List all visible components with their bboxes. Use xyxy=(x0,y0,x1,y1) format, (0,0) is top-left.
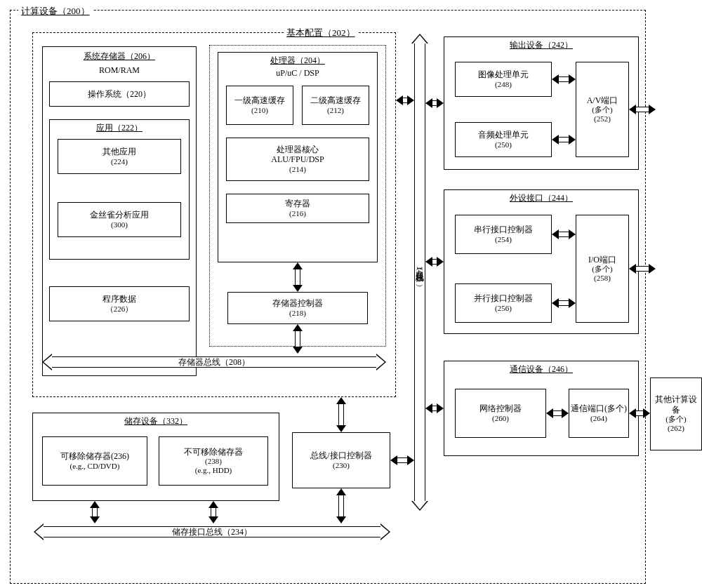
other-devices: 其他计算设备 (多个) (262) xyxy=(650,377,702,450)
av-sub: (多个) xyxy=(592,105,612,114)
io-num: (258) xyxy=(594,274,611,283)
l2-label: 二级高速缓存 xyxy=(310,95,361,105)
net-label: 网络控制器 xyxy=(479,403,522,413)
gpu-label: 图像处理单元 xyxy=(478,69,529,79)
core-label: 处理器核心 xyxy=(277,145,319,154)
arrow-busif-storagebus xyxy=(338,488,345,523)
arrow-net-port xyxy=(546,410,569,417)
comm-port: 通信端口(多个) (264) xyxy=(569,389,629,438)
par-label: 并行接口控制器 xyxy=(474,293,533,303)
app-title: 应用（222） xyxy=(96,123,143,133)
io-port: I/O端口 (多个) (258) xyxy=(576,215,629,323)
av-label: A/V端口 xyxy=(587,95,618,105)
os-box: 操作系统（220） xyxy=(49,81,190,107)
arrow-rem-bus xyxy=(91,501,98,523)
mem-controller: 存储器控制器 (218) xyxy=(227,292,368,324)
io-label: I/O端口 xyxy=(588,255,616,265)
output-title: 输出设备（242） xyxy=(510,40,573,50)
arrow-io-out xyxy=(629,265,656,272)
other-app-label: 其他应用 xyxy=(102,147,136,156)
memctl-num: (218) xyxy=(289,309,306,318)
removable-storage: 可移除储存器(236) (e.g., CD/DVD) xyxy=(42,436,147,486)
apu-num: (250) xyxy=(495,140,512,149)
ifbus-label: 接口总线（140） xyxy=(414,44,425,501)
arrow-av-out xyxy=(629,106,656,113)
progdata-num: （226） xyxy=(106,305,133,314)
reg-num: (216) xyxy=(289,209,306,218)
l1-cache: 一级高速缓存 (210) xyxy=(226,86,293,125)
canary-app: 金丝雀分析应用 (300) xyxy=(58,202,181,237)
device-title: 计算设备（200） xyxy=(18,6,93,17)
busif-num: (230) xyxy=(333,461,350,470)
par-num: (256) xyxy=(495,304,512,313)
arrow-busif-ifbus xyxy=(390,457,414,464)
bus-if-controller: 总线/接口控制器 (230) xyxy=(292,432,390,488)
net-ctrl: 网络控制器 (260) xyxy=(455,389,546,438)
serial-ctrl: 串行接口控制器 (254) xyxy=(455,215,552,254)
processor-title: 处理器（204） xyxy=(270,55,325,65)
av-port: A/V端口 (多个) (252) xyxy=(576,62,629,157)
periph-title: 外设接口（244） xyxy=(510,193,573,203)
memctl-label: 存储器控制器 xyxy=(272,298,323,308)
basic-config-title: 基本配置（202） xyxy=(284,27,358,39)
canary-app-num: (300) xyxy=(111,220,128,229)
l1-label: 一级高速缓存 xyxy=(234,95,285,105)
arrow-ifbus-comm xyxy=(425,405,444,412)
apu-label: 音频处理单元 xyxy=(478,130,529,140)
other-sub: (多个) xyxy=(665,415,686,424)
register: 寄存器 (216) xyxy=(226,194,369,223)
gpu: 图像处理单元 (248) xyxy=(455,62,552,97)
ser-label: 串行接口控制器 xyxy=(474,225,533,234)
arrow-apu-av xyxy=(552,136,576,143)
nrem-num: (238) xyxy=(205,457,222,466)
ser-num: (254) xyxy=(495,235,512,244)
prog-data: 程序数据 （226） xyxy=(49,286,190,321)
comm-title: 通信设备（246） xyxy=(510,364,573,374)
storage-bus-label: 储存接口总线（234） xyxy=(44,526,380,537)
l2-num: (212) xyxy=(327,106,344,115)
other-app: 其他应用 (224) xyxy=(58,139,181,174)
rem-sub: (e.g., CD/DVD) xyxy=(70,462,120,471)
other-label: 其他计算设备 xyxy=(652,394,700,415)
arrow-comm-other xyxy=(629,410,650,417)
progdata-label: 程序数据 xyxy=(102,294,136,304)
nrem-label: 不可移除储存器 xyxy=(184,447,243,457)
arrow-basic-busif xyxy=(338,397,345,432)
storage-bus: 储存接口总线（234） xyxy=(34,523,390,540)
storage-title: 储存设备（332） xyxy=(124,416,187,426)
commport-num: (264) xyxy=(590,414,607,423)
io-sub: (多个) xyxy=(592,265,612,274)
arrow-basic-ifbus xyxy=(396,97,414,104)
os-label: 操作系统（220） xyxy=(88,89,151,99)
core-num: (214) xyxy=(289,165,306,174)
arrow-ser-io xyxy=(552,231,576,238)
busif-label: 总线/接口控制器 xyxy=(310,450,371,460)
memory-bus: 存储器总线（208） xyxy=(42,354,386,370)
other-app-num: (224) xyxy=(111,157,128,166)
net-num: (260) xyxy=(492,414,509,423)
sysmem-title: 系统存储器（206） xyxy=(84,51,155,61)
gpu-num: (248) xyxy=(495,80,512,89)
nrem-sub: (e.g., HDD) xyxy=(195,466,232,475)
nonremovable-storage: 不可移除储存器 (238) (e.g., HDD) xyxy=(159,436,268,486)
other-num: (262) xyxy=(668,424,684,433)
rom-ram-label: ROM/RAM xyxy=(99,65,140,75)
membus-label: 存储器总线（208） xyxy=(52,356,376,368)
arrow-gpu-av xyxy=(552,76,576,83)
arrow-memctl-membus xyxy=(294,324,301,354)
l2-cache: 二级高速缓存 (212) xyxy=(302,86,369,125)
reg-label: 寄存器 xyxy=(285,199,310,208)
l1-num: (210) xyxy=(251,106,268,115)
processor-type: uP/uC / DSP xyxy=(276,68,319,78)
arrow-ifbus-periph xyxy=(425,258,444,265)
parallel-ctrl: 并行接口控制器 (256) xyxy=(455,283,552,323)
arrow-ifbus-output xyxy=(425,100,444,107)
arrow-proc-memctl xyxy=(294,262,301,292)
canary-app-label: 金丝雀分析应用 xyxy=(90,210,149,220)
proc-core: 处理器核心 ALU/FPU/DSP (214) xyxy=(226,138,369,181)
core-type: ALU/FPU/DSP xyxy=(271,154,324,164)
apu: 音频处理单元 (250) xyxy=(455,122,552,157)
rem-label: 可移除储存器(236) xyxy=(60,451,129,461)
av-num: (252) xyxy=(594,114,611,123)
arrow-par-io xyxy=(552,300,576,307)
